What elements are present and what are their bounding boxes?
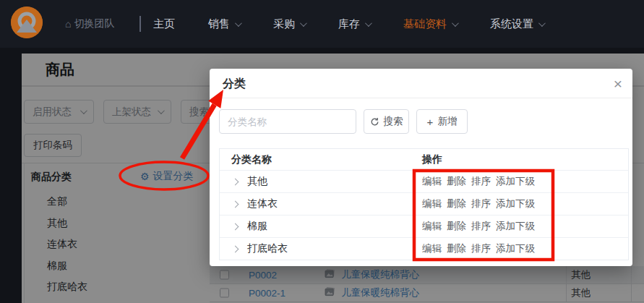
row-action-link[interactable]: 编辑 (422, 175, 442, 188)
row-action-link[interactable]: 编辑 (422, 220, 442, 233)
chevron-down-icon (538, 20, 546, 27)
expand-chevron-icon[interactable] (232, 223, 239, 230)
chevron-down-icon (365, 20, 372, 27)
expand-chevron-icon[interactable] (232, 200, 239, 208)
expand-chevron-icon[interactable] (232, 178, 239, 185)
row-action-link[interactable]: 添加下级 (496, 175, 535, 188)
switch-team-label: 切换团队 (74, 17, 114, 30)
dialog-header: 分类 × (210, 69, 632, 98)
row-actions-cell: 编辑 删除 排序 添加下级 (415, 175, 628, 188)
category-name-cell: 其他 (220, 175, 415, 188)
row-action-link[interactable]: 添加下级 (496, 242, 535, 255)
nav-menu-item[interactable]: 采购 (273, 17, 305, 31)
app-screen: ⌂ 切换团队 主页 销售 采购 (0, 0, 644, 303)
row-action-link[interactable]: 删除 (447, 220, 466, 233)
category-name: 打底哈衣 (247, 242, 288, 255)
name-column-header: 分类名称 (220, 153, 415, 166)
nav-menu-item[interactable]: 系统设置 (490, 17, 544, 31)
close-icon[interactable]: × (614, 73, 622, 94)
nav-menu-item[interactable]: 基础资料 (403, 17, 457, 31)
plus-icon: + (427, 116, 434, 128)
nav-item-label: 系统设置 (490, 17, 533, 31)
app-logo[interactable] (11, 7, 43, 38)
category-table-row: 打底哈衣 编辑 删除 排序 添加下级 (220, 237, 628, 260)
nav-menu-item[interactable]: 主页 (153, 17, 175, 31)
nav-divider (139, 16, 141, 32)
row-actions-cell: 编辑 删除 排序 添加下级 (415, 220, 628, 233)
category-name: 棉服 (247, 220, 267, 233)
category-table-row: 连体衣 编辑 删除 排序 添加下级 (220, 192, 628, 215)
row-action-link[interactable]: 删除 (447, 197, 466, 210)
row-action-link[interactable]: 排序 (471, 220, 491, 233)
category-name: 其他 (247, 175, 267, 188)
category-name-cell: 打底哈衣 (220, 242, 415, 255)
category-name-cell: 连体衣 (220, 197, 415, 210)
nav-item-label: 采购 (273, 17, 295, 31)
nav-menu-item[interactable]: 销售 (208, 17, 240, 31)
chevron-down-icon (235, 20, 242, 27)
category-name-cell: 棉服 (220, 220, 415, 233)
nav-item-label: 销售 (208, 17, 230, 31)
row-action-link[interactable]: 编辑 (422, 197, 442, 210)
nav-menu: 主页 销售 采购 库存 基础资料 (153, 0, 544, 48)
refresh-icon (370, 117, 379, 127)
category-name-input[interactable] (219, 109, 356, 134)
row-action-link[interactable]: 编辑 (422, 242, 442, 255)
row-action-link[interactable]: 删除 (447, 242, 466, 255)
row-action-link[interactable]: 删除 (447, 175, 466, 188)
row-action-link[interactable]: 添加下级 (496, 197, 535, 210)
row-action-link[interactable]: 排序 (471, 242, 491, 255)
category-table-header: 分类名称 操作 (220, 149, 628, 170)
row-actions-cell: 编辑 删除 排序 添加下级 (415, 242, 628, 255)
category-table-row: 棉服 编辑 删除 排序 添加下级 (220, 215, 628, 237)
nav-item-label: 基础资料 (403, 17, 447, 31)
dialog-toolbar: 搜索 + 新增 (219, 109, 468, 134)
row-action-link[interactable]: 排序 (471, 175, 491, 188)
nav-item-label: 主页 (153, 17, 175, 31)
switch-team-button[interactable]: ⌂ 切换团队 (65, 0, 114, 48)
category-name: 连体衣 (247, 197, 278, 210)
row-actions-cell: 编辑 删除 排序 添加下级 (415, 197, 628, 210)
category-table: 分类名称 操作 其他 编辑 删除 排序 (219, 148, 629, 260)
search-button[interactable]: 搜索 (364, 109, 409, 134)
chevron-down-icon (300, 20, 307, 27)
mountain-logo-icon (11, 7, 43, 38)
nav-item-label: 库存 (338, 17, 360, 31)
nav-menu-item[interactable]: 库存 (338, 17, 370, 31)
action-column-header: 操作 (415, 153, 628, 166)
dialog-title: 分类 (223, 77, 246, 92)
chevron-down-icon (452, 20, 459, 27)
add-button-label: 新增 (437, 115, 457, 128)
row-action-link[interactable]: 排序 (471, 197, 491, 210)
category-dialog: 分类 × 搜索 + 新增 分类名称 操作 (210, 69, 632, 266)
row-action-link[interactable]: 添加下级 (496, 220, 535, 233)
top-nav-bar: ⌂ 切换团队 主页 销售 采购 (0, 0, 644, 48)
expand-chevron-icon[interactable] (232, 245, 239, 252)
home-icon: ⌂ (65, 18, 71, 30)
category-table-row: 其他 编辑 删除 排序 添加下级 (220, 170, 628, 192)
search-button-label: 搜索 (384, 115, 403, 128)
add-button[interactable]: + 新增 (416, 109, 468, 134)
